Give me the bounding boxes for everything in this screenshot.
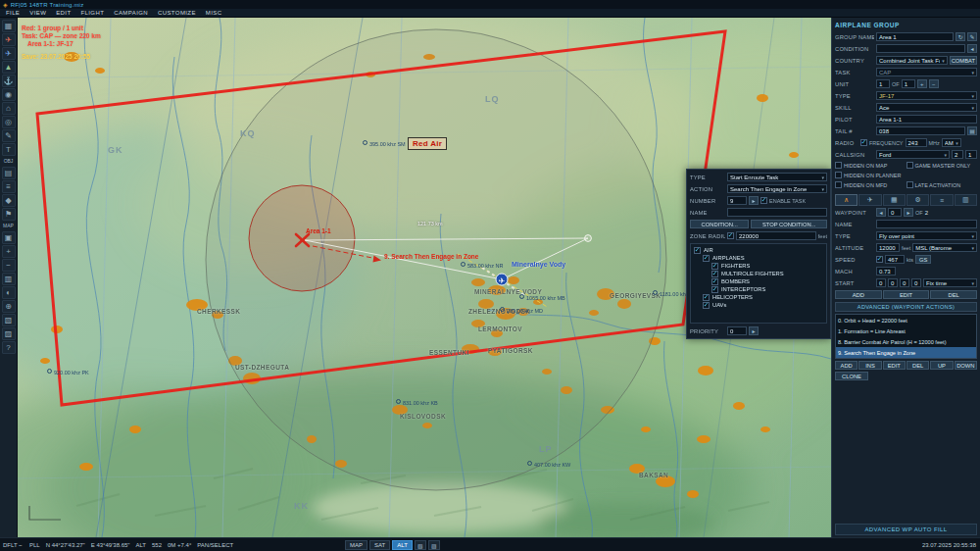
hidden-on-map-checkbox[interactable]: HIDDEN ON MAP — [835, 162, 906, 169]
target-category-item[interactable]: HELICOPTERS — [691, 293, 826, 301]
band-select[interactable]: AM▾ — [942, 138, 961, 147]
speed-checkbox[interactable] — [876, 256, 883, 263]
checkbox[interactable] — [711, 271, 718, 277]
map-layers-tool[interactable]: ▦ — [2, 20, 16, 32]
refresh-icon[interactable]: ↻ — [956, 32, 965, 41]
ground-speed-button[interactable]: GS — [915, 255, 931, 264]
callsign-flight-input[interactable]: 2 — [952, 150, 963, 159]
action-insert-button[interactable]: INS — [858, 361, 881, 370]
map-filter-label[interactable]: MAP — [2, 222, 16, 230]
frequency-input[interactable]: 243 — [906, 138, 927, 147]
checkbox[interactable] — [694, 247, 701, 254]
waypoint-action-row[interactable]: 8. Barrier Combat Air Patrol (H = 12000 … — [836, 336, 976, 347]
tail-number-input[interactable]: 038 — [876, 126, 965, 135]
game-master-only-checkbox[interactable]: GAME MASTER ONLY — [906, 162, 978, 169]
waypoint-delete-button[interactable]: DEL — [930, 290, 977, 299]
grid-toggle-icon[interactable]: ▧ — [415, 540, 426, 550]
target-category-item[interactable]: BOMBERS — [691, 277, 826, 285]
flag-tool[interactable]: ⚑ — [2, 208, 16, 221]
map-mode-indicator[interactable]: DFLT ~ — [3, 538, 23, 551]
menu-item[interactable]: FLIGHT — [81, 10, 105, 16]
add-text-tool[interactable]: T — [2, 143, 16, 156]
spin-up-icon[interactable]: ▸ — [749, 326, 759, 335]
weather-tool[interactable]: ▨ — [2, 327, 16, 340]
skill-select[interactable]: Ace▾ — [876, 103, 977, 112]
unit-count-input[interactable]: 1 — [876, 79, 890, 88]
action-edit-button[interactable]: EDIT — [883, 361, 906, 370]
add-static-tool[interactable]: ◉ — [2, 88, 16, 101]
add-waypoint-tool[interactable]: ⊕ — [2, 300, 16, 313]
menu-item[interactable]: VIEW — [29, 10, 46, 16]
task-name-input[interactable] — [727, 208, 827, 217]
combat-button[interactable]: COMBAT — [950, 56, 977, 65]
action-up-button[interactable]: UP — [930, 361, 953, 370]
zoom-out-tool[interactable]: − — [2, 259, 16, 272]
start-minute-input[interactable]: 0 — [900, 278, 909, 287]
collapse-icon[interactable]: ◂ — [967, 44, 977, 53]
route-tab[interactable]: ∧ — [835, 194, 858, 206]
systems-tab[interactable]: ⚙ — [906, 194, 929, 206]
waypoint-action-row[interactable]: 1. Formation = Line Abreast — [836, 326, 976, 336]
waypoint-name-input[interactable] — [876, 220, 977, 228]
callsign-number-input[interactable]: 1 — [965, 150, 977, 159]
menu-item[interactable]: MISC — [206, 10, 222, 16]
action-clone-button[interactable]: CLONE — [835, 372, 868, 380]
target-category-item[interactable]: AIRPLANES — [691, 254, 826, 262]
waypoint-action-row[interactable]: 0. Orbit + Head = 22000 feet — [836, 315, 976, 326]
grid-tool[interactable]: ▥ — [2, 273, 16, 285]
waypoint-number-input[interactable]: 0 — [888, 208, 902, 217]
waypoint-prev-icon[interactable]: ◂ — [876, 208, 886, 217]
time-of-day-tool[interactable]: ◐ — [2, 286, 16, 299]
airport-icon[interactable]: ✈ — [496, 274, 508, 285]
unit-total-input[interactable]: 1 — [902, 79, 915, 88]
zone-radius-input[interactable]: 220000 — [736, 231, 816, 240]
action-add-button[interactable]: ADD — [835, 361, 858, 370]
target-category-item[interactable]: AIR — [691, 246, 826, 254]
target-category-item[interactable]: MULTIROLE FIGHTERS — [691, 270, 826, 277]
waypoint-next-icon[interactable]: ▸ — [904, 208, 913, 217]
task-number-input[interactable]: 9 — [727, 196, 747, 205]
menu-item[interactable]: CAMPAIGN — [114, 10, 148, 16]
checkbox[interactable] — [711, 278, 718, 285]
list-icon[interactable]: ▤ — [967, 126, 977, 135]
sat-view-button[interactable]: SAT — [369, 540, 390, 550]
task-type-select[interactable]: Start Enroute Task▾ — [727, 173, 827, 181]
aircraft-type-select[interactable]: JF-17▾ — [876, 91, 977, 100]
stop-condition-button[interactable]: STOP CONDITION... — [751, 220, 827, 228]
callsign-select[interactable]: Ford▾ — [876, 150, 950, 159]
minus-icon[interactable]: − — [929, 79, 939, 88]
zone-radius-checkbox[interactable] — [727, 232, 734, 239]
unit-list-tool[interactable]: ▤ — [2, 167, 16, 179]
menu-item[interactable]: EDIT — [56, 10, 71, 16]
target-category-item[interactable]: INTERCEPTORS — [691, 285, 826, 293]
advanced-wp-autofill-button[interactable]: ADVANCED WP AUTO FILL — [835, 524, 977, 535]
priority-input[interactable]: 0 — [727, 326, 747, 335]
red-coalition-tool[interactable]: ✈ — [2, 33, 16, 46]
altitude-input[interactable]: 12000 — [876, 243, 900, 252]
add-ship-tool[interactable]: ⚓ — [2, 75, 16, 87]
target-category-item[interactable]: UAVs — [691, 301, 826, 309]
waypoint-add-button[interactable]: ADD — [835, 290, 882, 299]
menu-item[interactable]: CUSTOMIZE — [158, 10, 196, 16]
condition-button[interactable]: CONDITION... — [690, 220, 749, 228]
start-day-input[interactable]: 0 — [876, 278, 886, 287]
late-activation-checkbox[interactable]: LATE ACTIVATION — [906, 181, 978, 188]
objects-filter-label[interactable]: OBJ — [2, 157, 16, 166]
task-action-select[interactable]: Search Then Engage in Zone▾ — [727, 184, 827, 193]
task-select[interactable]: CAP▾ — [876, 68, 977, 76]
mach-input[interactable]: 0.73 — [876, 267, 896, 276]
mission-list-tool[interactable]: ≡ — [2, 180, 16, 193]
plus-icon[interactable]: + — [917, 79, 927, 88]
speed-input[interactable]: 467 — [885, 255, 905, 264]
altitude-ref-select[interactable]: MSL (Barome▾ — [912, 243, 977, 252]
edit-icon[interactable]: ✎ — [967, 32, 977, 41]
payload-tab[interactable]: ▦ — [883, 194, 906, 206]
add-trigger-zone-tool[interactable]: ◎ — [2, 116, 16, 128]
country-select[interactable]: Combined Joint Task Forces▾ — [876, 56, 948, 65]
zoom-in-tool[interactable]: + — [2, 245, 16, 258]
hidden-on-planner-checkbox[interactable]: HIDDEN ON PLANNER — [835, 172, 906, 178]
draw-tool[interactable]: ✎ — [2, 129, 16, 142]
checkbox[interactable] — [703, 302, 710, 309]
waypoint-action-row[interactable]: 9. Search Then Engage in Zone — [836, 347, 976, 358]
summary-tab[interactable]: ≡ — [930, 194, 953, 206]
